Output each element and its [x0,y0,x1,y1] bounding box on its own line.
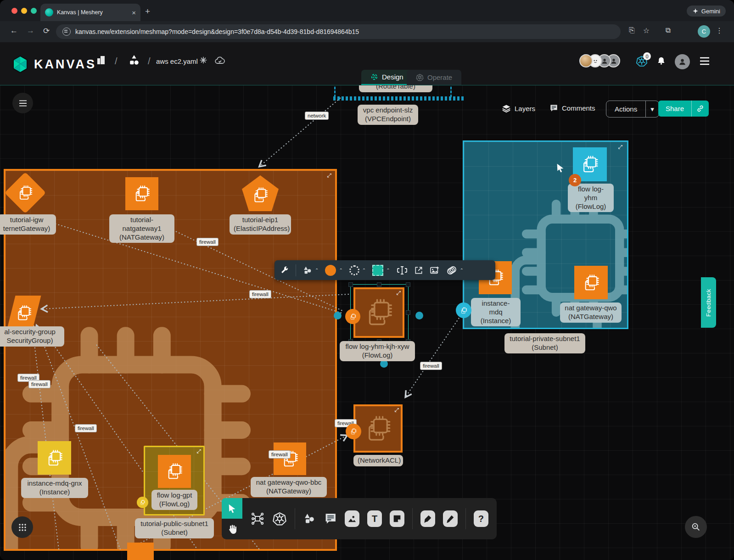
node-nat-gateway-qwo[interactable] [574,266,608,299]
collapse-icon[interactable]: ⤢ [327,173,331,178]
anchor-dot-bottom[interactable] [380,360,388,368]
user-avatar[interactable] [675,54,690,69]
kubernetes-context-switcher[interactable]: 0 [636,55,648,67]
pan-tool[interactable] [222,519,243,539]
node-nat-gateway-qwo-bbc[interactable] [274,442,306,475]
layers-button[interactable]: Layers [502,104,535,113]
add-image-icon[interactable] [430,266,440,275]
note-tool[interactable] [390,510,404,527]
select-tool[interactable] [222,498,243,519]
comment-tool[interactable] [324,511,337,526]
canvas-menu-button[interactable] [12,93,33,113]
browser-menu-icon[interactable]: ⋮ [716,26,723,35]
node-flow-log-gpt[interactable] [158,455,191,488]
image-tool[interactable] [345,510,359,527]
text-tool[interactable]: T [367,510,382,527]
node-tutorial-natgateway1[interactable] [125,177,158,210]
designs-icon[interactable] [128,54,140,67]
node-label-tutorial-natgateway1: tutorial-natgateway1(NATGateway) [109,214,174,243]
gemini-button[interactable]: Gemini [687,6,726,17]
window-close-button[interactable] [11,8,17,14]
shapes-menu-button[interactable]: ⌃ [303,265,319,275]
operate-mode-icon [416,73,424,81]
forward-icon[interactable]: → [27,26,34,35]
notifications-bell-icon[interactable] [656,56,666,66]
shapes-tool[interactable] [303,511,316,526]
cloud-save-icon[interactable] [214,55,226,66]
flow-log-yhm-count-badge: 2 [569,174,581,186]
visibility-icon[interactable] [198,55,208,65]
node-instance-mdq-gnx[interactable] [38,441,71,475]
site-settings-icon[interactable] [62,28,71,36]
fill-color-button[interactable]: ⌃ [325,265,342,276]
open-in-new-icon[interactable] [414,266,423,275]
chip-watermark [363,297,395,329]
node-label-route-table: (RouteTable) [359,85,432,92]
tab-design[interactable]: Design [361,70,413,85]
edge-label-network: network [305,112,329,120]
network-acl-port[interactable] [346,424,361,439]
bookmark-star-icon[interactable]: ☆ [643,26,650,35]
edge-label-firewall: firewall [196,238,219,246]
node-partial-bottom[interactable] [127,543,154,560]
new-tab-button[interactable]: + [145,6,150,17]
window-zoom-button[interactable] [31,8,37,14]
tab-search-icon[interactable]: ⧉ [666,26,671,34]
address-bar[interactable]: kanvas.new/extension/meshmap?mode=design… [56,24,621,39]
chip-icon [45,448,64,468]
actions-dropdown-icon[interactable]: ▾ [645,101,659,117]
freehand-tool[interactable] [443,510,458,527]
chip-icon [251,186,269,204]
zoom-button[interactable] [685,516,707,538]
feedback-tab[interactable]: Feedback [701,277,716,328]
route-table-border [333,96,465,101]
workspace-icon[interactable] [95,54,106,66]
tab-operate[interactable]: Operate [407,70,461,85]
flow-log-gpt-badge[interactable] [137,497,148,508]
shape-state-button[interactable]: ⌃ [372,265,390,276]
actions-button[interactable]: Actions ▾ [606,101,659,118]
configure-wrench-icon[interactable] [280,266,289,275]
collapse-icon[interactable]: ⤢ [394,407,399,413]
chip-watermark [363,414,393,444]
help-tool[interactable]: ? [474,510,488,527]
components-tool[interactable] [251,511,264,526]
collaborator-avatar-1[interactable] [579,54,593,67]
kanvas-logo[interactable]: KANVAS [12,55,96,73]
apps-grid-button[interactable] [11,516,33,538]
copy-link-icon[interactable] [691,101,709,117]
collapse-icon[interactable]: ⤢ [396,290,401,296]
edge-label-firewall: firewall [28,380,50,388]
anchor-dot-right[interactable] [415,312,423,319]
save-icon[interactable]: ⎘ [629,26,635,34]
node-flow-log-yhm-kjh-xyw[interactable]: ⤢ [353,287,404,338]
rename-icon[interactable] [397,266,408,275]
group-style-button[interactable]: ⌃ [446,265,464,275]
design-canvas[interactable]: ⤢ ⤢ (RouteTable) vpc endpoint-slz(VPCEnd… [0,85,734,560]
app-menu-icon[interactable] [699,56,710,66]
node-label-flow-log-gpt: flow log-gpt(FlowLog) [151,490,197,510]
share-button[interactable]: Share [658,101,709,117]
flow-log-center-port[interactable] [345,309,360,324]
anchor-dot-left[interactable] [334,312,342,319]
back-icon[interactable]: ← [10,26,18,35]
reload-icon[interactable]: ⟳ [43,26,50,36]
node-label-security-group: al-security-groupSecurityGroup) [0,326,64,347]
chip-icon [580,154,600,174]
collapse-icon[interactable]: ⤢ [196,448,201,454]
window-minimize-button[interactable] [21,8,27,14]
collaborator-avatars[interactable] [579,54,620,67]
browser-profile-avatar[interactable]: C [698,25,710,38]
node-label-vpc-endpoint: vpc endpoint-slz(VPCEndpoint) [358,105,418,125]
collapse-icon[interactable]: ⤢ [618,144,622,150]
browser-tab[interactable]: Kanvas | Meshery × [40,4,140,21]
border-style-button[interactable]: ⌃ [349,265,366,275]
tab-close-icon[interactable]: × [132,9,136,17]
kubernetes-tool[interactable] [272,510,287,527]
pen-tool[interactable] [420,510,435,527]
subnet-connection-port[interactable] [456,302,471,318]
node-label-nat-gateway-qwo: nat gateway-qwo(NATGateway) [560,302,622,323]
node-context-toolbar: ⌃ ⌃ ⌃ ⌃ ⌃ [275,260,495,280]
design-file-name[interactable]: aws ec2.yaml [156,57,198,65]
comments-button[interactable]: Comments [549,104,595,112]
